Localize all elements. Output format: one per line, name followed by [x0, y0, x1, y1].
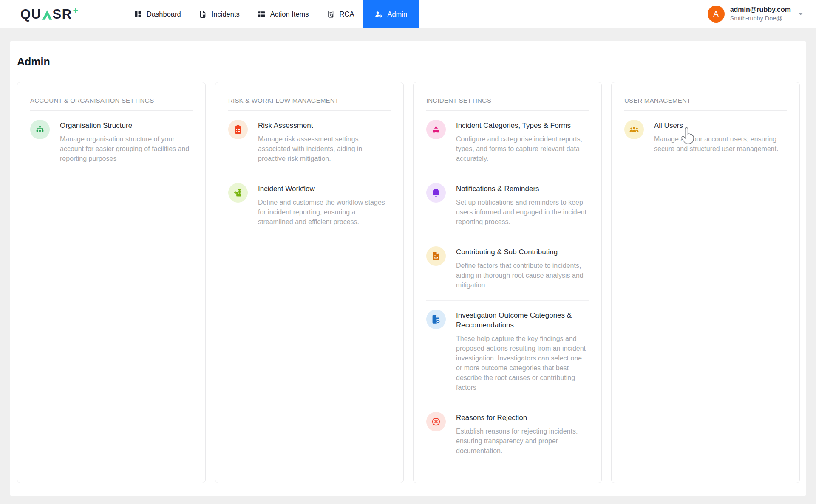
item-title: Investigation Outcome Categories & Recco…: [456, 310, 589, 330]
item-title: Contributing & Sub Contributing: [456, 247, 589, 257]
item-title: Incident Categories, Types & Forms: [456, 121, 589, 130]
main-nav: Dashboard Incidents: [125, 0, 419, 28]
item-description: These help capture the key findings and …: [456, 334, 589, 392]
avatar: A: [708, 6, 725, 23]
nav-item-action-items[interactable]: Action Items: [249, 0, 318, 28]
page-title: Admin: [17, 56, 799, 68]
nav-item-dashboard[interactable]: Dashboard: [125, 0, 190, 28]
org-structure-icon: [30, 120, 50, 139]
item-description: Define and customise the workflow stages…: [258, 197, 391, 227]
incident-categories-shapes-icon: [426, 120, 446, 139]
risk-clipboard-icon: [228, 120, 248, 139]
settings-item-contributing-factors[interactable]: Contributing & Sub Contributing Define f…: [426, 237, 589, 301]
settings-item-incident-categories[interactable]: Incident Categories, Types & Forms Confi…: [426, 111, 589, 174]
app-logo[interactable]: QU SR +: [0, 0, 99, 28]
settings-item-investigation-outcomes[interactable]: Investigation Outcome Categories & Recco…: [426, 301, 589, 403]
card-incident-settings: INCIDENT SETTINGS Incident Categories, T…: [413, 82, 602, 483]
user-text: admin@rubby.com Smith-rubby Doe@: [730, 6, 791, 23]
section-title: ACCOUNT & ORGANISATION SETTINGS: [30, 97, 193, 111]
item-description: Manage risk assessment settings associat…: [258, 134, 391, 163]
section-title: USER MANAGEMENT: [624, 97, 787, 111]
incidents-icon: [199, 10, 207, 18]
item-description: Manage organisation structure of your ac…: [60, 134, 193, 163]
logo-triangle-icon: [42, 8, 53, 20]
item-description: Manage all your account users, ensuring …: [654, 134, 787, 154]
item-title: All Users: [654, 121, 787, 130]
logo-plus-icon: +: [73, 6, 79, 15]
settings-item-risk-assessment[interactable]: Risk Assessment Manage risk assessment s…: [228, 111, 391, 174]
settings-item-incident-workflow[interactable]: Incident Workflow Define and customise t…: [228, 174, 391, 237]
nav-item-rca[interactable]: RCA: [318, 0, 363, 28]
item-title: Reasons for Rejection: [456, 413, 589, 422]
user-email: admin@rubby.com: [730, 6, 791, 14]
card-user-management: USER MANAGEMENT Al: [611, 82, 800, 483]
nav-label-dashboard: Dashboard: [147, 10, 181, 18]
logo-text-left: QU: [20, 8, 42, 21]
section-title: RISK & WORKFLOW MANAGEMENT: [228, 97, 391, 111]
user-subtitle: Smith-rubby Doe@: [730, 14, 791, 23]
nav-item-incidents[interactable]: Incidents: [190, 0, 249, 28]
item-description: Establish reasons for rejecting incident…: [456, 426, 589, 456]
section-title: INCIDENT SETTINGS: [426, 97, 589, 111]
notifications-bell-icon: [426, 183, 446, 203]
item-description: Define factors that contribute to incide…: [456, 261, 589, 290]
settings-item-all-users[interactable]: All Users Manage all your account users,…: [624, 111, 787, 164]
settings-item-organisation-structure[interactable]: Organisation Structure Manage organisati…: [30, 111, 193, 174]
item-description: Set up notifications and reminders to ke…: [456, 197, 589, 227]
item-title: Risk Assessment: [258, 121, 391, 130]
nav-item-admin-active[interactable]: Admin: [363, 0, 419, 28]
card-account-organisation-settings: ACCOUNT & ORGANISATION SETTINGS O: [17, 82, 206, 483]
settings-item-reasons-for-rejection[interactable]: Reasons for Rejection Establish reasons …: [426, 403, 589, 466]
app-header: QU SR + Dashboard: [0, 0, 816, 28]
settings-cards: ACCOUNT & ORGANISATION SETTINGS O: [17, 82, 799, 483]
item-title: Notifications & Reminders: [456, 184, 589, 194]
nav-label-admin: Admin: [387, 10, 407, 18]
chevron-down-icon: [798, 12, 803, 16]
investigation-file-check-icon: [426, 310, 446, 329]
logo-text-right: SR: [53, 8, 72, 21]
item-description: Configure and categorise incident report…: [456, 134, 589, 163]
incident-workflow-icon: [228, 183, 248, 203]
user-menu[interactable]: A admin@rubby.com Smith-rubby Doe@: [708, 0, 816, 28]
admin-user-gear-icon: [374, 10, 382, 18]
admin-page-panel: Admin ACCOUNT & ORGANISATION SETTINGS: [10, 41, 806, 496]
rca-icon: [327, 10, 335, 18]
item-title: Organisation Structure: [60, 121, 193, 130]
rejection-circle-x-icon: [426, 412, 446, 431]
nav-label-incidents: Incidents: [212, 10, 240, 18]
action-items-icon: [258, 10, 266, 18]
item-title: Incident Workflow: [258, 184, 391, 194]
dashboard-icon: [134, 10, 142, 18]
nav-label-action-items: Action Items: [270, 10, 309, 18]
contributing-file-icon: [426, 246, 446, 266]
settings-item-notifications-reminders[interactable]: Notifications & Reminders Set up notific…: [426, 174, 589, 237]
nav-label-rca: RCA: [340, 10, 354, 18]
all-users-icon: [624, 120, 644, 139]
card-risk-workflow-management: RISK & WORKFLOW MANAGEMENT: [215, 82, 404, 483]
